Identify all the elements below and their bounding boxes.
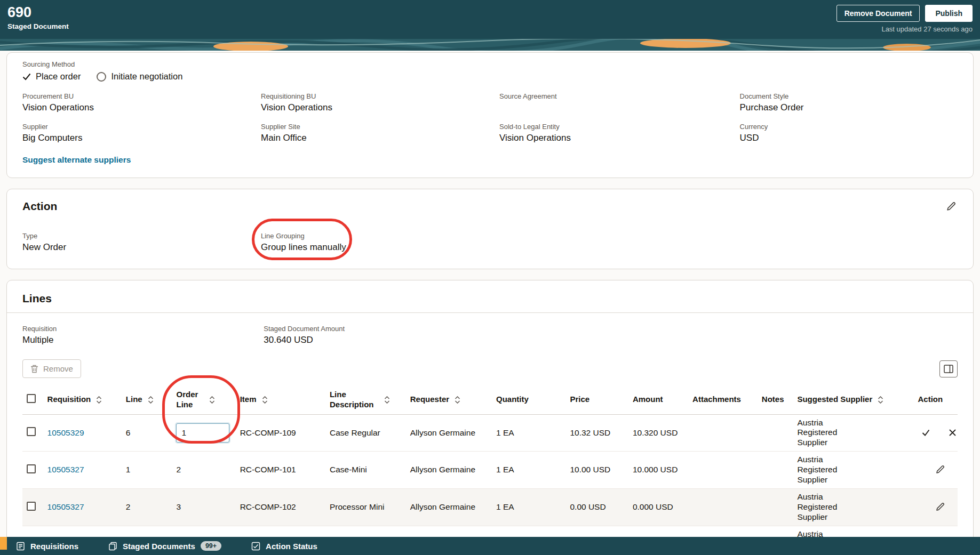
attachments-cell [688,452,758,489]
column-header-requisition[interactable]: Requisition [43,385,122,414]
requisitions-list-icon [16,542,25,551]
table-row: 10505327 1 2 RC-COMP-101 Case-Mini Allys… [22,452,958,489]
column-header-action: Action [914,385,958,414]
row-checkbox[interactable] [27,427,36,436]
action-title-row: Action [22,200,958,213]
field-value: Vision Operations [499,133,740,143]
price-cell: 0.00 USD [565,488,628,526]
field-label: Document Style [740,92,958,100]
line-cell: 2 [122,488,172,526]
column-header-requester[interactable]: Requester [406,385,492,414]
field-source-agreement: Source Agreement [499,92,740,113]
action-status-icon [251,542,260,551]
publish-button[interactable]: Publish [925,5,973,22]
remove-lines-button[interactable]: Remove [22,359,81,378]
sort-icon[interactable] [455,396,460,404]
column-label: Suggested Supplier [797,395,872,405]
radio-initiate-negotiation[interactable]: Initiate negotiation [97,71,182,82]
field-requisitioning-bu: Requisitioning BU Vision Operations [261,92,499,113]
checkbox-cell [22,452,43,489]
requisition-cell: 10505327 [43,452,122,489]
sort-icon[interactable] [878,396,883,404]
field-action-type: Type New Order [22,232,261,253]
header-actions: Remove Document Publish Last updated 27 … [836,5,973,39]
field-procurement-bu: Procurement BU Vision Operations [22,92,261,113]
column-header-notes[interactable]: Notes [758,385,793,414]
row-checkbox[interactable] [27,502,36,511]
requisition-link[interactable]: 10505329 [47,428,84,437]
column-header-item[interactable]: Item [236,385,325,414]
tab-action-status[interactable]: Action Status [251,542,317,551]
item-cell: RC-COMP-109 [236,414,325,452]
quantity-cell: 1 EA [492,488,565,526]
column-header-order-line[interactable]: Order Line [172,385,235,414]
edit-row-button[interactable] [934,463,946,476]
confirm-row-button[interactable] [920,427,931,438]
close-icon [949,429,957,437]
edit-row-button[interactable] [934,501,946,513]
lines-summary: Requisition Multiple Staged Document Amo… [22,325,958,345]
action-section-title: Action [22,200,57,213]
field-label: Staged Document Amount [264,325,958,333]
tab-requisitions[interactable]: Requisitions [16,542,78,551]
order-line-input[interactable] [176,423,229,443]
field-currency: Currency USD [740,123,958,143]
suggest-alternate-suppliers-link[interactable]: Suggest alternate suppliers [22,155,131,165]
table-layout-toggle-button[interactable] [939,360,958,377]
field-label: Source Agreement [499,92,740,100]
quantity-cell: 1 EA [492,414,565,452]
trash-icon [30,365,38,373]
sourcing-method-label: Sourcing Method [22,60,958,68]
sort-icon[interactable] [96,396,102,404]
field-value: New Order [22,242,261,253]
lines-card: Lines Requisition Multiple Staged Docume… [6,280,974,555]
sort-icon[interactable] [148,396,154,404]
sourcing-method-options: Place order Initiate negotiation [22,71,958,82]
attachments-cell [688,414,758,452]
sourcing-fields-grid: Procurement BU Vision Operations Requisi… [22,92,958,143]
field-label: Requisition [22,325,264,333]
banner-pattern-graphic [0,39,980,51]
action-cell [914,414,958,452]
column-header-line-description[interactable]: Line Description [325,385,406,414]
field-value: USD [740,133,958,143]
column-header-attachments[interactable]: Attachments [688,385,758,414]
cancel-row-button[interactable] [947,428,958,438]
line-cell: 1 [122,452,172,489]
field-value: Multiple [22,335,264,345]
pencil-icon [935,502,945,512]
sort-icon[interactable] [209,396,215,404]
decorative-banner [0,39,980,51]
column-header-suggested-supplier[interactable]: Suggested Supplier [793,385,913,414]
column-header-quantity[interactable]: Quantity [492,385,565,414]
field-value: Vision Operations [22,102,261,113]
column-header-line[interactable]: Line [122,385,172,414]
field-label: Line Grouping [261,232,499,240]
last-updated-text: Last updated 27 seconds ago [881,25,973,33]
sort-icon[interactable] [262,396,268,404]
table-header-row: Requisition Line Order Line Item Line De… [22,385,958,414]
row-checkbox[interactable] [27,464,36,473]
field-label: Sold-to Legal Entity [499,123,740,131]
select-all-checkbox[interactable] [27,394,36,403]
radio-place-order[interactable]: Place order [22,71,81,82]
column-label: Amount [633,395,663,405]
remove-document-button[interactable]: Remove Document [836,5,920,22]
item-cell: RC-COMP-101 [236,452,325,489]
sort-icon[interactable] [384,396,390,404]
column-header-price[interactable]: Price [565,385,628,414]
edit-action-button[interactable] [945,200,958,213]
column-label: Item [240,395,257,405]
header-buttons: Remove Document Publish [836,5,973,22]
suggested-supplier-cell: Austria Registered Supplier [793,414,913,452]
column-label: Attachments [692,395,741,405]
requisition-cell: 10505329 [43,414,122,452]
lines-body: Requisition Multiple Staged Document Amo… [7,313,973,555]
column-label: Requester [410,395,449,405]
column-header-amount[interactable]: Amount [628,385,688,414]
field-sold-to-legal-entity: Sold-to Legal Entity Vision Operations [499,123,740,143]
requisition-link[interactable]: 10505327 [47,502,84,511]
requisition-link[interactable]: 10505327 [47,465,84,474]
tab-staged-documents[interactable]: Staged Documents 99+ [108,541,221,551]
radio-selected-check-icon [22,73,31,81]
